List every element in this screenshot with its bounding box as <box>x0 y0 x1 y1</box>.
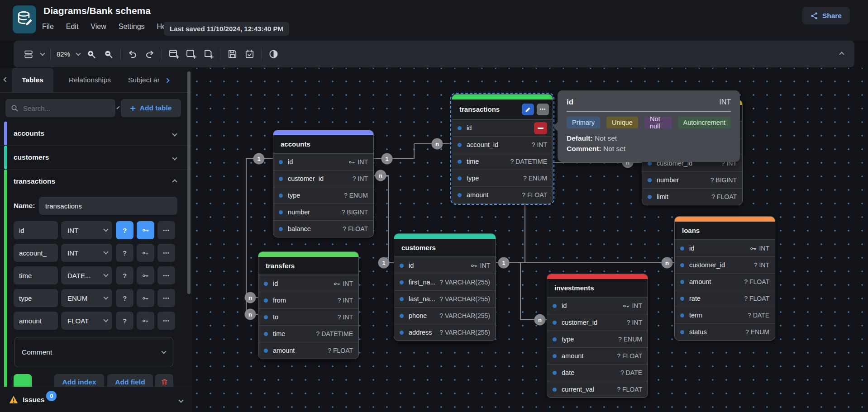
diagram-table-customers[interactable]: customersidINTfirst_na...? VARCHAR(255)l… <box>394 233 496 341</box>
diagram-table-accounts[interactable]: accountsidINTcustomer_id? INTtype? ENUMn… <box>273 130 374 237</box>
field-nullable-button[interactable]: ? <box>116 312 134 330</box>
search-filter-caret-icon[interactable] <box>116 106 119 109</box>
field-nullable-button[interactable]: ? <box>116 244 134 262</box>
sidebar-scrollbar[interactable] <box>187 71 191 294</box>
field-row-status[interactable]: status? ENUM <box>675 323 775 340</box>
edit-table-button[interactable] <box>522 104 534 115</box>
field-more-button[interactable]: ••• <box>157 221 175 239</box>
menu-item-view[interactable]: View <box>91 23 106 31</box>
layout-caret-icon[interactable] <box>40 51 45 56</box>
share-button[interactable]: Share <box>802 7 850 24</box>
tab-tables[interactable]: Tables <box>12 68 53 92</box>
menu-item-settings[interactable]: Settings <box>119 23 145 31</box>
table-header[interactable]: loans <box>675 222 775 240</box>
table-header[interactable]: customers <box>394 239 496 257</box>
issues-bar[interactable]: Issues 0 <box>0 387 192 412</box>
field-nullable-button[interactable]: ? <box>116 289 134 307</box>
field-name-input[interactable]: amount <box>14 312 58 330</box>
add-note-icon[interactable] <box>202 48 214 60</box>
field-nullable-button[interactable]: ? <box>116 266 134 284</box>
sidebar-item-accounts[interactable]: accounts <box>0 122 192 145</box>
table-header[interactable]: accounts <box>273 135 373 153</box>
field-name-input[interactable]: time <box>14 266 58 284</box>
field-row-phone[interactable]: phone? VARCHAR(255) <box>394 307 496 324</box>
field-row-balance[interactable]: balance? FLOAT <box>273 220 373 237</box>
sidebar-item-transactions[interactable]: transactions <box>0 170 192 193</box>
zoom-caret-icon[interactable] <box>76 51 81 56</box>
field-more-button[interactable]: ••• <box>157 312 175 330</box>
field-more-button[interactable]: ••• <box>157 266 175 284</box>
accordion-chevron-icon[interactable] <box>173 129 176 137</box>
field-primary-key-button[interactable] <box>137 244 154 262</box>
add-table-icon[interactable] <box>168 48 180 60</box>
diagram-table-transfers[interactable]: transfersidINTfrom? INTto? INTtime? DATE… <box>258 251 359 359</box>
table-header[interactable]: investments <box>547 279 648 297</box>
zoom-level[interactable]: 82% <box>57 50 70 58</box>
field-type-select[interactable]: DATE... <box>61 266 112 284</box>
field-type-select[interactable]: ENUM <box>61 289 112 307</box>
field-row-type[interactable]: type? ENUM <box>452 170 553 186</box>
field-row-time[interactable]: time? DATETIME <box>452 153 553 170</box>
diagram-table-investments[interactable]: investmentsidINTcustomer_id? INTtype? EN… <box>547 274 648 398</box>
search-field[interactable] <box>23 104 113 112</box>
field-row-time[interactable]: time? DATETIME <box>258 325 358 342</box>
field-row-term[interactable]: term? DATE <box>675 307 775 323</box>
diagram-layout-icon[interactable] <box>23 48 34 60</box>
menu-item-edit[interactable]: Edit <box>66 23 79 31</box>
field-row-date[interactable]: date? DATE <box>547 364 648 381</box>
field-row-address[interactable]: address? VARCHAR(255) <box>394 324 496 341</box>
field-primary-key-button[interactable] <box>137 221 154 239</box>
comment-collapsible[interactable]: Comment <box>14 337 173 367</box>
field-primary-key-button[interactable] <box>137 266 154 284</box>
field-row-customer_id[interactable]: customer_id? INT <box>273 170 373 187</box>
tabs-scroll-left-icon[interactable] <box>0 79 12 81</box>
field-row-type[interactable]: type? ENUM <box>547 331 648 347</box>
field-row-number[interactable]: number? BIGINT <box>273 204 373 220</box>
toolbar-collapse-icon[interactable] <box>839 52 844 57</box>
tab-relationships[interactable]: Relationships <box>67 76 113 84</box>
field-row-amount[interactable]: amount? FLOAT <box>258 342 358 359</box>
add-table-button[interactable]: + Add table <box>121 99 181 117</box>
field-row-from[interactable]: from? INT <box>258 292 358 308</box>
delete-field-button[interactable] <box>534 122 547 134</box>
redo-icon[interactable] <box>144 48 156 60</box>
field-name-input[interactable]: id <box>14 221 58 239</box>
field-more-button[interactable]: ••• <box>157 289 175 307</box>
accordion-chevron-icon[interactable] <box>173 153 176 161</box>
theme-contrast-icon[interactable] <box>267 48 279 60</box>
field-primary-key-button[interactable] <box>137 312 154 330</box>
field-row-id[interactable]: idINT <box>258 275 358 292</box>
search-input[interactable] <box>5 99 115 117</box>
field-more-button[interactable]: ••• <box>157 244 175 262</box>
field-row-id[interactable]: idINT <box>273 153 373 170</box>
table-name-input[interactable] <box>39 197 177 215</box>
table-more-button[interactable]: ••• <box>537 104 549 115</box>
field-row-id[interactable]: idINT <box>394 257 496 274</box>
tab-subject-ar[interactable]: Subject ar <box>126 76 159 84</box>
field-row-type[interactable]: type? ENUM <box>273 187 373 204</box>
field-row-last_na...[interactable]: last_na...? VARCHAR(255) <box>394 290 496 307</box>
commit-log-icon[interactable] <box>243 48 255 60</box>
relationship-edge-4[interactable]: 1n <box>496 257 674 269</box>
relationship-edge-5[interactable]: n <box>520 263 547 326</box>
field-row-amount[interactable]: amount? FLOAT <box>675 273 775 290</box>
field-row-account_id[interactable]: account_id? INT <box>452 136 553 153</box>
field-type-select[interactable]: FLOAT <box>61 312 112 330</box>
undo-icon[interactable] <box>127 48 138 60</box>
diagram-table-transactions[interactable]: transactions•••idaccount_id? INTtime? DA… <box>452 94 553 204</box>
field-row-id[interactable]: idINT <box>547 297 648 314</box>
save-icon[interactable] <box>226 48 238 60</box>
field-name-input[interactable]: type <box>14 289 58 307</box>
add-area-icon[interactable] <box>185 48 197 60</box>
field-row-amount[interactable]: amount? FLOAT <box>547 347 648 364</box>
field-row-id[interactable]: idINT <box>675 240 775 256</box>
field-row-number[interactable]: number? BIGINT <box>642 171 742 188</box>
diagram-canvas[interactable]: 1nn1nn11nnn accountsidINTcustomer_id? IN… <box>192 68 868 412</box>
field-type-select[interactable]: INT <box>61 244 112 262</box>
relationship-edge-2[interactable]: 1n <box>373 138 452 165</box>
field-row-amount[interactable]: amount? FLOAT <box>452 186 553 203</box>
tabs-scroll-right-icon[interactable] <box>165 76 169 84</box>
table-header[interactable]: transfers <box>258 257 358 275</box>
menu-item-file[interactable]: File <box>42 23 54 31</box>
field-type-select[interactable]: INT <box>61 221 112 239</box>
